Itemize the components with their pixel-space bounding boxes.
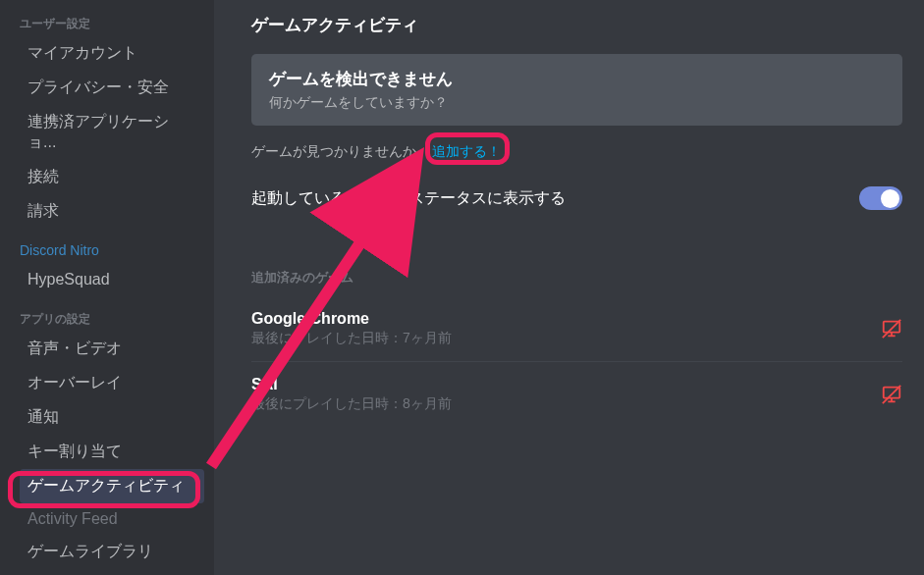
page-title: ゲームアクティビティ xyxy=(251,14,902,36)
added-games-heading: 追加済みのゲーム xyxy=(251,269,902,287)
sidebar-item-overlay[interactable]: オーバーレイ xyxy=(20,366,204,400)
sidebar-item-activity-feed[interactable]: Activity Feed xyxy=(20,503,204,535)
sidebar-item-voice-video[interactable]: 音声・ビデオ xyxy=(20,332,204,366)
sidebar-item-nitro[interactable]: Discord Nitro xyxy=(20,229,204,264)
sidebar-item-game-activity[interactable]: ゲームアクティビティ xyxy=(20,469,204,503)
display-game-status-row: 起動しているゲームをステータスに表示する xyxy=(251,186,902,210)
sidebar-item-connections[interactable]: 接続 xyxy=(20,160,204,194)
game-last-played: 最後にプレイした日時：8ヶ月前 xyxy=(251,395,452,413)
game-name: SAI xyxy=(251,376,452,393)
no-game-subtext: 何かゲームをしていますか？ xyxy=(269,94,885,112)
main-content: ゲームアクティビティ ゲームを検出できません 何かゲームをしていますか？ ゲーム… xyxy=(214,0,924,575)
overlay-disabled-icon[interactable] xyxy=(881,318,902,340)
sidebar-item-game-library[interactable]: ゲームライブラリ xyxy=(20,535,204,569)
sidebar-item-my-account[interactable]: マイアカウント xyxy=(20,36,204,71)
add-game-line: ゲームが見つかりませんか 追加する！ xyxy=(251,139,902,165)
category-user-settings: ユーザー設定 xyxy=(20,8,204,36)
add-game-prefix: ゲームが見つかりませんか xyxy=(251,143,416,161)
no-game-detected-box: ゲームを検出できません 何かゲームをしていますか？ xyxy=(251,54,902,126)
game-last-played: 最後にプレイした日時：7ヶ月前 xyxy=(251,330,452,347)
no-game-heading: ゲームを検出できません xyxy=(269,68,885,90)
sidebar-item-hypesquad[interactable]: HypeSquad xyxy=(20,264,204,295)
display-game-status-label: 起動しているゲームをステータスに表示する xyxy=(251,188,566,209)
game-name: Google Chrome xyxy=(251,310,452,328)
add-game-link[interactable]: 追加する！ xyxy=(422,139,511,165)
category-app-settings: アプリの設定 xyxy=(20,295,204,332)
sidebar-item-notifications[interactable]: 通知 xyxy=(20,400,204,435)
sidebar-item-privacy[interactable]: プライバシー・安全 xyxy=(20,71,204,105)
game-row: SAI 最後にプレイした日時：8ヶ月前 xyxy=(251,376,902,427)
sidebar-item-keybinds[interactable]: キー割り当て xyxy=(20,435,204,469)
display-game-status-toggle[interactable] xyxy=(859,186,902,210)
sidebar-item-authorized-apps[interactable]: 連携済アプリケーショ... xyxy=(20,105,204,160)
game-row: Google Chrome 最後にプレイした日時：7ヶ月前 xyxy=(251,310,902,362)
sidebar-item-billing[interactable]: 請求 xyxy=(20,194,204,229)
sidebar: ユーザー設定 マイアカウント プライバシー・安全 連携済アプリケーショ... 接… xyxy=(0,0,214,575)
overlay-disabled-icon[interactable] xyxy=(881,384,902,405)
